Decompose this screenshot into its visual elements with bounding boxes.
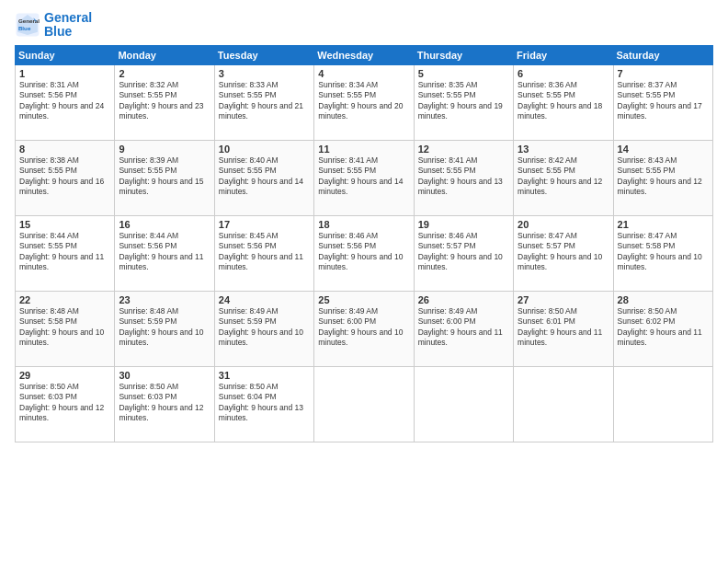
day-number: 9 — [119, 144, 210, 155]
day-info: Sunrise: 8:44 AMSunset: 5:56 PMDaylight:… — [119, 231, 210, 273]
day-info: Sunrise: 8:48 AMSunset: 5:58 PMDaylight:… — [19, 306, 110, 349]
day-info: Sunrise: 8:34 AMSunset: 5:55 PMDaylight:… — [318, 80, 409, 122]
day-cell-25: 25Sunrise: 8:49 AMSunset: 6:00 PMDayligh… — [314, 291, 414, 366]
week-row-1: 1Sunrise: 8:31 AMSunset: 5:56 PMDaylight… — [16, 64, 713, 140]
day-cell-4: 4Sunrise: 8:34 AMSunset: 5:55 PMDaylight… — [314, 64, 414, 140]
day-number: 31 — [219, 370, 310, 381]
day-info: Sunrise: 8:50 AMSunset: 6:02 PMDaylight:… — [618, 306, 709, 349]
day-number: 26 — [418, 294, 509, 305]
day-cell-30: 30Sunrise: 8:50 AMSunset: 6:03 PMDayligh… — [115, 366, 214, 442]
day-info: Sunrise: 8:50 AMSunset: 6:03 PMDaylight:… — [119, 382, 210, 424]
day-number: 12 — [418, 144, 509, 155]
weekday-header-thursday: Thursday — [414, 45, 513, 64]
day-info: Sunrise: 8:32 AMSunset: 5:55 PMDaylight:… — [119, 80, 210, 122]
day-info: Sunrise: 8:36 AMSunset: 5:55 PMDaylight:… — [518, 80, 609, 122]
day-cell-20: 20Sunrise: 8:47 AMSunset: 5:57 PMDayligh… — [514, 215, 613, 291]
day-number: 1 — [19, 68, 110, 79]
day-cell-12: 12Sunrise: 8:41 AMSunset: 5:55 PMDayligh… — [414, 140, 513, 215]
day-info: Sunrise: 8:48 AMSunset: 5:59 PMDaylight:… — [119, 306, 210, 349]
weekday-header-friday: Friday — [514, 45, 613, 64]
day-cell-10: 10Sunrise: 8:40 AMSunset: 5:55 PMDayligh… — [214, 140, 313, 215]
day-number: 29 — [19, 370, 110, 381]
empty-cell — [414, 366, 513, 442]
day-cell-21: 21Sunrise: 8:47 AMSunset: 5:58 PMDayligh… — [613, 215, 712, 291]
day-cell-3: 3Sunrise: 8:33 AMSunset: 5:55 PMDaylight… — [214, 64, 313, 140]
day-info: Sunrise: 8:41 AMSunset: 5:55 PMDaylight:… — [318, 155, 409, 198]
calendar-table: SundayMondayTuesdayWednesdayThursdayFrid… — [15, 45, 713, 442]
day-cell-9: 9Sunrise: 8:39 AMSunset: 5:55 PMDaylight… — [115, 140, 214, 215]
day-number: 5 — [418, 68, 509, 79]
day-number: 2 — [119, 68, 210, 79]
day-cell-13: 13Sunrise: 8:42 AMSunset: 5:55 PMDayligh… — [514, 140, 613, 215]
day-cell-28: 28Sunrise: 8:50 AMSunset: 6:02 PMDayligh… — [613, 291, 712, 366]
day-cell-7: 7Sunrise: 8:37 AMSunset: 5:55 PMDaylight… — [613, 64, 712, 140]
day-cell-26: 26Sunrise: 8:49 AMSunset: 6:00 PMDayligh… — [414, 291, 513, 366]
day-info: Sunrise: 8:44 AMSunset: 5:55 PMDaylight:… — [19, 231, 110, 273]
empty-cell — [514, 366, 613, 442]
day-number: 20 — [518, 219, 609, 230]
day-number: 27 — [518, 294, 609, 305]
day-cell-19: 19Sunrise: 8:46 AMSunset: 5:57 PMDayligh… — [414, 215, 513, 291]
day-info: Sunrise: 8:41 AMSunset: 5:55 PMDaylight:… — [418, 155, 509, 198]
day-cell-11: 11Sunrise: 8:41 AMSunset: 5:55 PMDayligh… — [314, 140, 414, 215]
day-info: Sunrise: 8:49 AMSunset: 6:00 PMDaylight:… — [318, 306, 409, 349]
weekday-header-sunday: Sunday — [16, 45, 115, 64]
weekday-header-monday: Monday — [115, 45, 214, 64]
day-cell-16: 16Sunrise: 8:44 AMSunset: 5:56 PMDayligh… — [115, 215, 214, 291]
day-number: 3 — [219, 68, 310, 79]
day-info: Sunrise: 8:33 AMSunset: 5:55 PMDaylight:… — [219, 80, 310, 122]
weekday-header-wednesday: Wednesday — [314, 45, 414, 64]
day-number: 19 — [418, 219, 509, 230]
day-number: 7 — [618, 68, 709, 79]
day-number: 15 — [19, 219, 110, 230]
day-cell-23: 23Sunrise: 8:48 AMSunset: 5:59 PMDayligh… — [115, 291, 214, 366]
day-info: Sunrise: 8:38 AMSunset: 5:55 PMDaylight:… — [19, 155, 110, 198]
day-info: Sunrise: 8:47 AMSunset: 5:58 PMDaylight:… — [618, 231, 709, 273]
day-info: Sunrise: 8:40 AMSunset: 5:55 PMDaylight:… — [219, 155, 310, 198]
day-info: Sunrise: 8:31 AMSunset: 5:56 PMDaylight:… — [19, 80, 110, 122]
day-number: 8 — [19, 144, 110, 155]
day-cell-1: 1Sunrise: 8:31 AMSunset: 5:56 PMDaylight… — [16, 64, 115, 140]
day-cell-8: 8Sunrise: 8:38 AMSunset: 5:55 PMDaylight… — [16, 140, 115, 215]
day-info: Sunrise: 8:46 AMSunset: 5:57 PMDaylight:… — [418, 231, 509, 273]
day-number: 10 — [219, 144, 310, 155]
week-row-4: 22Sunrise: 8:48 AMSunset: 5:58 PMDayligh… — [16, 291, 713, 366]
day-number: 25 — [318, 294, 409, 305]
day-cell-5: 5Sunrise: 8:35 AMSunset: 5:55 PMDaylight… — [414, 64, 513, 140]
day-info: Sunrise: 8:50 AMSunset: 6:01 PMDaylight:… — [518, 306, 609, 349]
day-number: 21 — [618, 219, 709, 230]
day-cell-2: 2Sunrise: 8:32 AMSunset: 5:55 PMDaylight… — [115, 64, 214, 140]
logo-icon: General Blue — [15, 12, 40, 38]
day-info: Sunrise: 8:37 AMSunset: 5:55 PMDaylight:… — [618, 80, 709, 122]
day-number: 24 — [219, 294, 310, 305]
day-info: Sunrise: 8:46 AMSunset: 5:56 PMDaylight:… — [318, 231, 409, 273]
week-row-3: 15Sunrise: 8:44 AMSunset: 5:55 PMDayligh… — [16, 215, 713, 291]
day-info: Sunrise: 8:45 AMSunset: 5:56 PMDaylight:… — [219, 231, 310, 273]
day-info: Sunrise: 8:43 AMSunset: 5:55 PMDaylight:… — [618, 155, 709, 198]
day-info: Sunrise: 8:42 AMSunset: 5:55 PMDaylight:… — [518, 155, 609, 198]
logo-text: General Blue — [44, 11, 92, 40]
day-info: Sunrise: 8:50 AMSunset: 6:04 PMDaylight:… — [219, 382, 310, 424]
day-info: Sunrise: 8:49 AMSunset: 6:00 PMDaylight:… — [418, 306, 509, 349]
empty-cell — [613, 366, 712, 442]
empty-cell — [314, 366, 414, 442]
header: General Blue General Blue — [15, 11, 713, 40]
day-number: 16 — [119, 219, 210, 230]
week-row-5: 29Sunrise: 8:50 AMSunset: 6:03 PMDayligh… — [16, 366, 713, 442]
day-number: 6 — [518, 68, 609, 79]
day-number: 30 — [119, 370, 210, 381]
svg-text:Blue: Blue — [18, 26, 31, 32]
day-cell-15: 15Sunrise: 8:44 AMSunset: 5:55 PMDayligh… — [16, 215, 115, 291]
logo: General Blue General Blue — [15, 11, 92, 40]
day-number: 13 — [518, 144, 609, 155]
week-row-2: 8Sunrise: 8:38 AMSunset: 5:55 PMDaylight… — [16, 140, 713, 215]
day-number: 11 — [318, 144, 409, 155]
day-number: 23 — [119, 294, 210, 305]
day-number: 17 — [219, 219, 310, 230]
weekday-header-row: SundayMondayTuesdayWednesdayThursdayFrid… — [16, 45, 713, 64]
day-number: 4 — [318, 68, 409, 79]
day-number: 28 — [618, 294, 709, 305]
day-info: Sunrise: 8:39 AMSunset: 5:55 PMDaylight:… — [119, 155, 210, 198]
day-number: 22 — [19, 294, 110, 305]
day-info: Sunrise: 8:47 AMSunset: 5:57 PMDaylight:… — [518, 231, 609, 273]
